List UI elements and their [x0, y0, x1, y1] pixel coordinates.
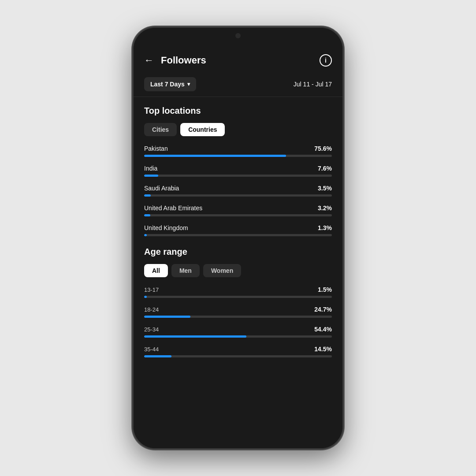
top-locations-section: Top locations Cities Countries Pakistan … — [134, 106, 342, 236]
bar-track — [144, 214, 332, 216]
age-pct: 54.4% — [314, 326, 332, 333]
bar-fill — [144, 234, 147, 236]
bar-track — [144, 335, 332, 338]
bar-fill — [144, 194, 151, 197]
age-item: 13-17 1.5% — [144, 286, 332, 298]
location-pct: 7.6% — [318, 165, 332, 172]
age-label: 13-17 — [144, 286, 159, 293]
bar-track — [144, 355, 332, 357]
age-list: 13-17 1.5% 18-24 24.7% 25-34 54.4% — [144, 286, 332, 357]
age-tab-group: All Men Women — [144, 264, 332, 277]
location-item: Pakistan 75.6% — [144, 145, 332, 157]
location-item: United Arab Emirates 3.2% — [144, 205, 332, 216]
location-name: United Arab Emirates — [144, 205, 202, 212]
age-item: 25-34 54.4% — [144, 326, 332, 338]
back-button[interactable]: ← — [144, 56, 154, 65]
phone-frame: ← Followers i Last 7 Days ▾ Jul 11 - Jul… — [132, 26, 344, 450]
location-name: India — [144, 165, 157, 172]
location-name: Saudi Arabia — [144, 185, 179, 192]
location-name: Pakistan — [144, 145, 168, 152]
bar-fill — [144, 355, 171, 357]
bar-track — [144, 194, 332, 197]
age-range-section: Age range All Men Women 13-17 1.5% 18-24… — [134, 247, 342, 357]
age-item: 35-44 14.5% — [144, 346, 332, 357]
chevron-down-icon: ▾ — [187, 81, 190, 87]
bar-fill — [144, 155, 286, 157]
age-label: 18-24 — [144, 306, 159, 313]
bar-track — [144, 155, 332, 157]
location-item: India 7.6% — [144, 165, 332, 177]
age-label: 25-34 — [144, 326, 159, 333]
bar-fill — [144, 175, 158, 177]
location-pct: 3.5% — [318, 185, 332, 192]
divider — [134, 97, 342, 97]
age-pct: 24.7% — [314, 306, 332, 313]
bar-track — [144, 316, 332, 318]
age-label: 35-44 — [144, 346, 159, 353]
age-pct: 14.5% — [314, 346, 332, 353]
location-pct: 75.6% — [314, 145, 332, 152]
tab-women[interactable]: Women — [203, 264, 241, 277]
bar-track — [144, 234, 332, 236]
location-list: Pakistan 75.6% India 7.6% Saudi Arabia 3… — [144, 145, 332, 236]
age-item: 18-24 24.7% — [144, 306, 332, 318]
bar-fill — [144, 316, 190, 318]
location-pct: 1.3% — [318, 224, 332, 231]
tab-countries[interactable]: Countries — [180, 123, 225, 136]
bar-fill — [144, 335, 246, 338]
filter-row: Last 7 Days ▾ Jul 11 - Jul 17 — [134, 74, 342, 97]
bar-fill — [144, 296, 147, 298]
tab-cities[interactable]: Cities — [144, 123, 177, 136]
date-filter-label: Last 7 Days — [150, 81, 185, 88]
age-pct: 1.5% — [318, 286, 332, 293]
bar-fill — [144, 214, 150, 216]
screen: ← Followers i Last 7 Days ▾ Jul 11 - Jul… — [134, 28, 342, 448]
age-range-title: Age range — [144, 247, 332, 257]
location-tab-group: Cities Countries — [144, 123, 332, 136]
top-locations-title: Top locations — [144, 106, 332, 116]
tab-men[interactable]: Men — [171, 264, 200, 277]
page-title: Followers — [161, 55, 320, 66]
date-range-label: Jul 11 - Jul 17 — [294, 81, 332, 88]
location-item: United Kingdom 1.3% — [144, 224, 332, 236]
location-pct: 3.2% — [318, 205, 332, 212]
location-name: United Kingdom — [144, 224, 188, 231]
phone-notch — [235, 33, 241, 38]
location-item: Saudi Arabia 3.5% — [144, 185, 332, 197]
info-button[interactable]: i — [320, 54, 332, 67]
bar-track — [144, 296, 332, 298]
date-filter-button[interactable]: Last 7 Days ▾ — [144, 77, 196, 91]
tab-all[interactable]: All — [144, 264, 168, 277]
bar-track — [144, 175, 332, 177]
